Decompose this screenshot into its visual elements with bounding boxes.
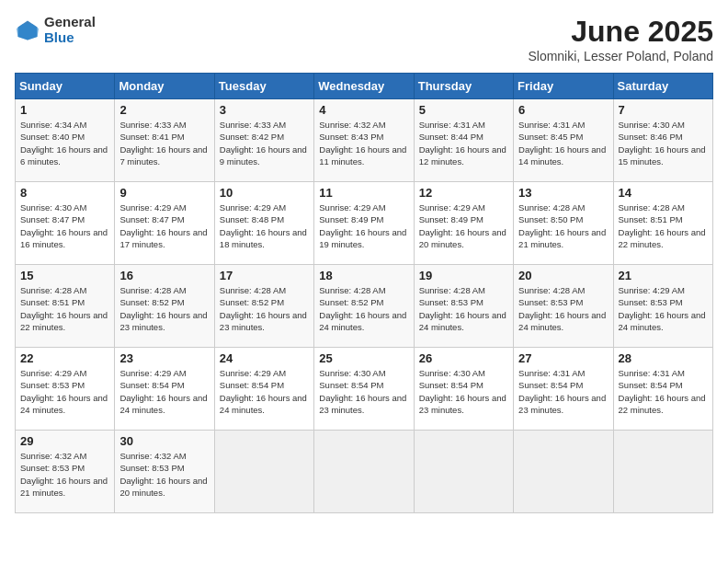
day-info: Sunrise: 4:29 AM Sunset: 8:53 PM Dayligh… — [20, 367, 109, 416]
day-number: 29 — [20, 434, 109, 448]
header-saturday: Saturday — [613, 74, 712, 99]
logo: General Blue — [15, 15, 96, 45]
day-info: Sunrise: 4:28 AM Sunset: 8:50 PM Dayligh… — [518, 201, 608, 250]
calendar-cell: 23Sunrise: 4:29 AM Sunset: 8:54 PM Dayli… — [115, 348, 214, 431]
day-number: 2 — [119, 103, 209, 117]
day-info: Sunrise: 4:31 AM Sunset: 8:44 PM Dayligh… — [419, 119, 508, 167]
day-number: 30 — [119, 434, 209, 448]
day-info: Sunrise: 4:30 AM Sunset: 8:47 PM Dayligh… — [20, 201, 109, 250]
day-number: 27 — [518, 351, 608, 365]
calendar-cell: 20Sunrise: 4:28 AM Sunset: 8:53 PM Dayli… — [514, 265, 613, 348]
calendar-cell — [414, 431, 513, 513]
day-info: Sunrise: 4:29 AM Sunset: 8:54 PM Dayligh… — [119, 367, 209, 416]
day-info: Sunrise: 4:30 AM Sunset: 8:54 PM Dayligh… — [419, 367, 508, 416]
header-friday: Friday — [514, 74, 613, 99]
day-number: 12 — [419, 186, 508, 200]
calendar-cell: 30Sunrise: 4:32 AM Sunset: 8:53 PM Dayli… — [115, 431, 214, 513]
day-number: 7 — [619, 103, 708, 117]
calendar-cell: 29Sunrise: 4:32 AM Sunset: 8:53 PM Dayli… — [16, 431, 115, 513]
day-info: Sunrise: 4:31 AM Sunset: 8:45 PM Dayligh… — [518, 119, 608, 167]
calendar-cell: 9Sunrise: 4:29 AM Sunset: 8:47 PM Daylig… — [115, 182, 214, 265]
day-info: Sunrise: 4:29 AM Sunset: 8:53 PM Dayligh… — [619, 284, 708, 333]
calendar-cell: 19Sunrise: 4:28 AM Sunset: 8:53 PM Dayli… — [414, 265, 513, 348]
day-number: 15 — [20, 269, 109, 282]
calendar-table: Sunday Monday Tuesday Wednesday Thursday… — [15, 73, 713, 513]
calendar-cell: 5Sunrise: 4:31 AM Sunset: 8:44 PM Daylig… — [414, 99, 513, 182]
logo-text: General Blue — [44, 15, 96, 45]
day-info: Sunrise: 4:32 AM Sunset: 8:53 PM Dayligh… — [20, 450, 109, 499]
calendar-cell: 11Sunrise: 4:29 AM Sunset: 8:49 PM Dayli… — [314, 182, 414, 265]
calendar-cell: 27Sunrise: 4:31 AM Sunset: 8:54 PM Dayli… — [514, 348, 613, 431]
calendar-header: Sunday Monday Tuesday Wednesday Thursday… — [16, 74, 713, 99]
day-number: 5 — [419, 103, 508, 117]
day-info: Sunrise: 4:28 AM Sunset: 8:53 PM Dayligh… — [419, 284, 508, 333]
day-number: 17 — [220, 269, 309, 282]
calendar-body: 1Sunrise: 4:34 AM Sunset: 8:40 PM Daylig… — [16, 99, 713, 513]
day-info: Sunrise: 4:28 AM Sunset: 8:52 PM Dayligh… — [119, 284, 209, 333]
day-number: 19 — [419, 269, 508, 282]
day-number: 23 — [119, 351, 209, 365]
calendar-row: 1Sunrise: 4:34 AM Sunset: 8:40 PM Daylig… — [16, 99, 713, 182]
calendar-cell — [314, 431, 414, 513]
header-sunday: Sunday — [16, 74, 115, 99]
calendar-cell: 15Sunrise: 4:28 AM Sunset: 8:51 PM Dayli… — [16, 265, 115, 348]
calendar-cell: 25Sunrise: 4:30 AM Sunset: 8:54 PM Dayli… — [314, 348, 414, 431]
day-info: Sunrise: 4:28 AM Sunset: 8:51 PM Dayligh… — [20, 284, 109, 333]
day-number: 20 — [518, 269, 608, 282]
header-tuesday: Tuesday — [214, 74, 313, 99]
day-info: Sunrise: 4:28 AM Sunset: 8:51 PM Dayligh… — [619, 201, 708, 250]
svg-marker-1 — [17, 24, 40, 40]
day-number: 13 — [518, 186, 608, 200]
header-row: Sunday Monday Tuesday Wednesday Thursday… — [16, 74, 713, 99]
logo-icon — [15, 17, 40, 43]
logo-blue: Blue — [44, 30, 96, 46]
title-area: June 2025 Slomniki, Lesser Poland, Polan… — [528, 15, 713, 63]
calendar-cell: 8Sunrise: 4:30 AM Sunset: 8:47 PM Daylig… — [16, 182, 115, 265]
day-number: 28 — [619, 351, 708, 365]
calendar-row: 8Sunrise: 4:30 AM Sunset: 8:47 PM Daylig… — [16, 182, 713, 265]
day-number: 21 — [619, 269, 708, 282]
calendar-title: June 2025 — [528, 15, 713, 49]
calendar-cell: 16Sunrise: 4:28 AM Sunset: 8:52 PM Dayli… — [115, 265, 214, 348]
day-info: Sunrise: 4:31 AM Sunset: 8:54 PM Dayligh… — [518, 367, 608, 416]
day-number: 6 — [518, 103, 608, 117]
day-number: 3 — [220, 103, 309, 117]
calendar-cell: 21Sunrise: 4:29 AM Sunset: 8:53 PM Dayli… — [613, 265, 712, 348]
calendar-cell — [613, 431, 712, 513]
day-info: Sunrise: 4:28 AM Sunset: 8:52 PM Dayligh… — [220, 284, 309, 333]
day-number: 18 — [319, 269, 408, 282]
day-number: 9 — [119, 186, 209, 200]
calendar-row: 29Sunrise: 4:32 AM Sunset: 8:53 PM Dayli… — [16, 431, 713, 513]
day-info: Sunrise: 4:31 AM Sunset: 8:54 PM Dayligh… — [619, 367, 708, 416]
calendar-cell: 7Sunrise: 4:30 AM Sunset: 8:46 PM Daylig… — [613, 99, 712, 182]
day-info: Sunrise: 4:29 AM Sunset: 8:54 PM Dayligh… — [220, 367, 309, 416]
calendar-cell: 18Sunrise: 4:28 AM Sunset: 8:52 PM Dayli… — [314, 265, 414, 348]
calendar-cell: 12Sunrise: 4:29 AM Sunset: 8:49 PM Dayli… — [414, 182, 513, 265]
day-number: 8 — [20, 186, 109, 200]
header-thursday: Thursday — [414, 74, 513, 99]
calendar-cell: 13Sunrise: 4:28 AM Sunset: 8:50 PM Dayli… — [514, 182, 613, 265]
calendar-cell: 6Sunrise: 4:31 AM Sunset: 8:45 PM Daylig… — [514, 99, 613, 182]
day-info: Sunrise: 4:28 AM Sunset: 8:53 PM Dayligh… — [518, 284, 608, 333]
day-info: Sunrise: 4:32 AM Sunset: 8:43 PM Dayligh… — [319, 119, 408, 167]
calendar-cell: 10Sunrise: 4:29 AM Sunset: 8:48 PM Dayli… — [214, 182, 313, 265]
calendar-cell: 1Sunrise: 4:34 AM Sunset: 8:40 PM Daylig… — [16, 99, 115, 182]
day-number: 1 — [20, 103, 109, 117]
day-info: Sunrise: 4:29 AM Sunset: 8:49 PM Dayligh… — [319, 201, 408, 250]
calendar-cell: 4Sunrise: 4:32 AM Sunset: 8:43 PM Daylig… — [314, 99, 414, 182]
day-info: Sunrise: 4:30 AM Sunset: 8:46 PM Dayligh… — [619, 119, 708, 167]
page-header: General Blue June 2025 Slomniki, Lesser … — [15, 15, 713, 63]
calendar-cell: 26Sunrise: 4:30 AM Sunset: 8:54 PM Dayli… — [414, 348, 513, 431]
day-number: 10 — [220, 186, 309, 200]
calendar-cell: 22Sunrise: 4:29 AM Sunset: 8:53 PM Dayli… — [16, 348, 115, 431]
day-info: Sunrise: 4:33 AM Sunset: 8:42 PM Dayligh… — [220, 119, 309, 167]
calendar-cell: 2Sunrise: 4:33 AM Sunset: 8:41 PM Daylig… — [115, 99, 214, 182]
calendar-row: 22Sunrise: 4:29 AM Sunset: 8:53 PM Dayli… — [16, 348, 713, 431]
day-number: 16 — [119, 269, 209, 282]
day-info: Sunrise: 4:30 AM Sunset: 8:54 PM Dayligh… — [319, 367, 408, 416]
day-number: 4 — [319, 103, 408, 117]
header-monday: Monday — [115, 74, 214, 99]
logo-general: General — [44, 15, 96, 30]
calendar-cell: 28Sunrise: 4:31 AM Sunset: 8:54 PM Dayli… — [613, 348, 712, 431]
day-info: Sunrise: 4:34 AM Sunset: 8:40 PM Dayligh… — [20, 119, 109, 167]
